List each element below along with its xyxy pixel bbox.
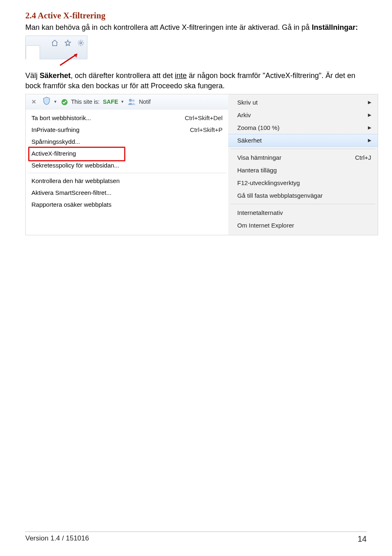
chevron-right-icon: ▶ [368, 138, 371, 143]
menu-separator [231, 149, 375, 149]
p2b: Säkerhet [40, 71, 71, 80]
menu-label: InPrivate-surfning [31, 126, 80, 133]
submenu-pane: ✕ ▼ This site is: SAFE ▼ Notif Ta bort w… [26, 94, 228, 235]
footer-page-number: 14 [358, 534, 367, 544]
menu-label: Gå till fasta webbplatsgenvägar [237, 192, 323, 199]
menu-separator [27, 173, 227, 173]
menu-item[interactable]: Ta bort webbhistorik...Ctrl+Skift+Del [26, 112, 228, 124]
svg-point-5 [132, 99, 135, 102]
ie-toolbar-snippet [25, 36, 87, 59]
menu-label: Visa hämtningar [237, 154, 281, 161]
menu-item[interactable]: Zooma (100 %)▶ [228, 121, 378, 134]
menu-item[interactable]: F12-utvecklingsverktyg [228, 176, 378, 189]
menu-item[interactable]: Spårningsskydd... [26, 136, 228, 147]
menu-item[interactable]: Sekretesspolicy för webbsidan... [26, 159, 228, 171]
menu-label: Internetalternativ [237, 209, 283, 216]
menu-item[interactable]: Om Internet Explorer [228, 219, 378, 232]
svg-point-4 [129, 99, 132, 102]
menu-item-security[interactable]: Säkerhet▶ [228, 134, 378, 147]
menu-label: Spårningsskydd... [31, 138, 80, 145]
intro-paragraph-1: Man kan behöva gå in och kontrollera att… [25, 22, 367, 32]
menu-item[interactable]: Internetalternativ [228, 206, 378, 219]
menu-separator [231, 204, 375, 204]
p2d: inte [175, 71, 187, 80]
chevron-right-icon: ▶ [368, 125, 371, 130]
menu-label: Hantera tillägg [237, 167, 277, 174]
p2c: , och därefter kontrollera att det [71, 71, 175, 80]
menu-label: Rapportera osäker webbplats [31, 201, 111, 208]
menu-label: Om Internet Explorer [237, 222, 294, 229]
chevron-right-icon: ▶ [368, 100, 371, 105]
footer-version: Version 1.4 / 151016 [25, 534, 89, 544]
ie-status-bar: ✕ ▼ This site is: SAFE ▼ Notif [26, 94, 228, 109]
menu-item[interactable]: Rapportera osäker webbplats [26, 199, 228, 210]
menu-label: ActiveX-filtrering [31, 150, 76, 157]
menu-label: Sekretesspolicy för webbsidan... [31, 162, 119, 169]
menu-shortcut: Ctrl+Skift+P [190, 126, 223, 133]
chevron-right-icon: ▶ [368, 112, 371, 118]
menu-item[interactable]: Skriv ut▶ [228, 96, 378, 109]
menu-label: Ta bort webbhistorik... [31, 114, 91, 121]
menu-label: Säkerhet [237, 137, 262, 144]
menu-item-activex[interactable]: ActiveX-filtrering [26, 147, 228, 159]
intro-paragraph-2: Välj Säkerhet, och därefter kontrollera … [25, 71, 367, 91]
menu-label: Zooma (100 %) [237, 124, 279, 131]
shield-dropdown-icon[interactable]: ▼ [53, 100, 57, 104]
check-circle-icon [60, 98, 68, 105]
security-submenu: Ta bort webbhistorik...Ctrl+Skift+Del In… [26, 109, 228, 213]
svg-line-1 [60, 54, 77, 65]
menu-shortcut: Ctrl+Skift+Del [185, 114, 223, 121]
menu-item[interactable]: Hantera tillägg [228, 164, 378, 176]
page-footer: Version 1.4 / 151016 14 [25, 531, 367, 544]
home-icon[interactable] [51, 39, 58, 47]
menu-item[interactable]: Gå till fasta webbplatsgenvägar [228, 189, 378, 202]
svg-point-0 [80, 42, 82, 44]
menu-label: Kontrollera den här webbplatsen [31, 177, 120, 184]
menu-item[interactable]: Kontrollera den här webbplatsen [26, 175, 228, 187]
menu-item[interactable]: Aktivera SmartScreen-filtret... [26, 187, 228, 199]
menu-item[interactable]: Arkiv▶ [228, 109, 378, 121]
menu-label: Arkiv [237, 112, 251, 118]
menu-item[interactable]: InPrivate-surfningCtrl+Skift+P [26, 124, 228, 136]
menu-label: Skriv ut [237, 99, 258, 106]
main-menu-pane: Skriv ut▶ Arkiv▶ Zooma (100 %)▶ Säkerhet… [228, 94, 378, 235]
site-status: SAFE [103, 98, 118, 105]
gear-icon[interactable] [77, 39, 85, 47]
people-icon[interactable] [127, 98, 136, 105]
menu-label: Aktivera SmartScreen-filtret... [31, 189, 111, 196]
close-icon[interactable]: ✕ [29, 98, 39, 105]
toolbar-tab [26, 45, 40, 60]
site-label: This site is: [71, 98, 100, 105]
shield-icon[interactable] [42, 96, 51, 107]
star-icon[interactable] [64, 39, 71, 47]
red-arrow-icon [59, 53, 84, 67]
site-dropdown-icon[interactable]: ▼ [120, 100, 124, 104]
p2a: Välj [25, 71, 40, 80]
menu-screenshot: ✕ ▼ This site is: SAFE ▼ Notif Ta bort w… [25, 94, 378, 235]
notif-label: Notif [139, 98, 151, 105]
menu-shortcut: Ctrl+J [355, 154, 371, 161]
menu-item[interactable]: Visa hämtningarCtrl+J [228, 151, 378, 164]
para1-text: Man kan behöva gå in och kontrollera att… [25, 23, 312, 31]
menu-label: F12-utvecklingsverktyg [237, 179, 300, 186]
para1-bold: Inställningar: [312, 23, 358, 31]
section-heading: 2.4 Active X-filtrering [25, 11, 367, 21]
